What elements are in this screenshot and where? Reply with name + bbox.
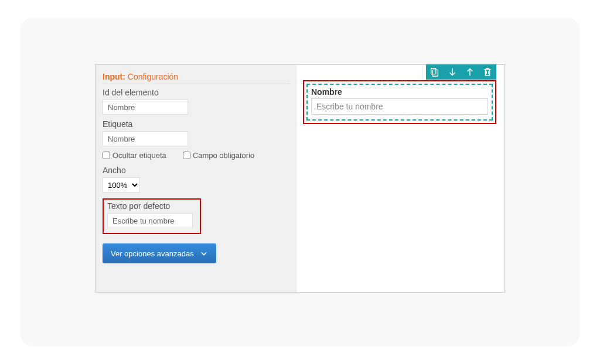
preview-field-input[interactable]	[311, 98, 488, 115]
config-panel: Input: Configuración Id del elemento Eti…	[96, 65, 297, 292]
element-id-field: Id del elemento	[103, 88, 290, 115]
config-title-type: Input:	[103, 72, 125, 81]
hide-label-text: Ocultar etiqueta	[112, 151, 166, 160]
svg-rect-1	[431, 68, 436, 74]
required-checkbox-input[interactable]	[183, 152, 190, 159]
preview-element-selected[interactable]: Nombre	[306, 84, 493, 121]
etiqueta-input[interactable]	[103, 131, 188, 146]
width-field: Ancho 100%	[103, 166, 290, 193]
element-id-input[interactable]	[103, 99, 188, 115]
svg-rect-0	[432, 70, 438, 76]
etiqueta-label: Etiqueta	[103, 119, 290, 129]
chevron-down-icon	[200, 249, 208, 257]
default-text-label: Texto por defecto	[107, 201, 196, 211]
default-text-input[interactable]	[107, 213, 193, 228]
advanced-options-button[interactable]: Ver opciones avanzadas	[103, 243, 216, 263]
delete-icon[interactable]	[482, 67, 493, 77]
move-up-icon[interactable]	[465, 67, 475, 77]
etiqueta-field: Etiqueta	[103, 119, 290, 146]
width-label: Ancho	[103, 166, 290, 175]
width-select[interactable]: 100%	[103, 177, 140, 193]
default-text-highlight: Texto por defecto	[103, 198, 201, 234]
page-card: Input: Configuración Id del elemento Eti…	[20, 18, 580, 346]
duplicate-icon[interactable]	[429, 67, 440, 77]
preview-panel: Nombre	[297, 65, 504, 292]
form-builder: Input: Configuración Id del elemento Eti…	[95, 64, 505, 293]
config-title-name: Configuración	[128, 72, 178, 81]
move-down-icon[interactable]	[447, 67, 458, 77]
element-toolbar	[426, 64, 496, 80]
advanced-options-label: Ver opciones avanzadas	[111, 249, 194, 258]
preview-element-highlight: Nombre	[303, 80, 496, 124]
config-panel-title: Input: Configuración	[103, 68, 290, 84]
hide-label-checkbox[interactable]: Ocultar etiqueta	[103, 151, 166, 160]
preview-field-label: Nombre	[311, 87, 488, 97]
divider	[103, 84, 290, 84]
element-id-label: Id del elemento	[103, 88, 290, 97]
required-checkbox[interactable]: Campo obligatorio	[183, 151, 255, 160]
hide-label-checkbox-input[interactable]	[103, 152, 110, 159]
checkbox-row: Ocultar etiqueta Campo obligatorio	[103, 151, 290, 160]
required-text: Campo obligatorio	[193, 151, 255, 160]
